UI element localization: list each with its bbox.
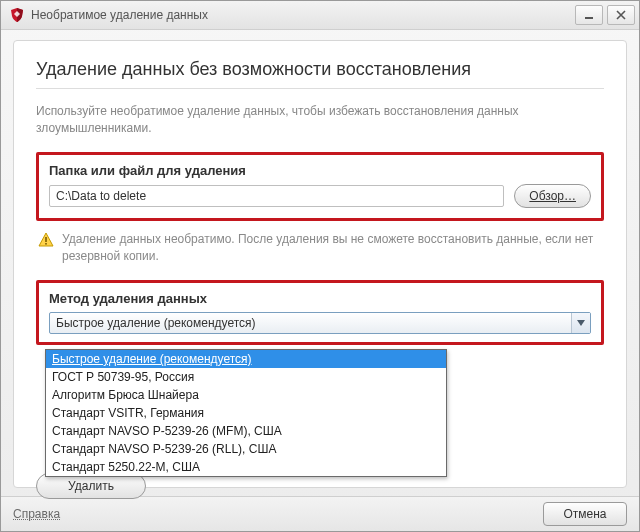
warning-text: Удаление данных необратимо. После удален… (62, 231, 602, 266)
method-combobox[interactable]: Быстрое удаление (рекомендуется) (49, 312, 591, 334)
app-icon (9, 7, 25, 23)
title-bar: Необратимое удаление данных (1, 1, 639, 30)
method-section-title: Метод удаления данных (49, 291, 591, 306)
close-button[interactable] (607, 5, 635, 25)
browse-button[interactable]: Обзор… (514, 184, 591, 208)
window-title: Необратимое удаление данных (31, 8, 575, 22)
content-area: Удаление данных без возможности восстано… (1, 30, 639, 496)
page-title: Удаление данных без возможности восстано… (36, 59, 604, 80)
cancel-button[interactable]: Отмена (543, 502, 627, 526)
footer: Справка Отмена (1, 496, 639, 531)
method-option[interactable]: Алгоритм Брюса Шнайера (46, 386, 446, 404)
method-option[interactable]: Стандарт NAVSO P-5239-26 (MFM), США (46, 422, 446, 440)
separator (36, 88, 604, 89)
method-option[interactable]: Стандарт 5250.22-M, США (46, 458, 446, 476)
intro-text: Используйте необратимое удаление данных,… (36, 103, 604, 138)
path-section-title: Папка или файл для удаления (49, 163, 591, 178)
warning-row: Удаление данных необратимо. После удален… (38, 231, 602, 266)
minimize-button[interactable] (575, 5, 603, 25)
method-option[interactable]: Быстрое удаление (рекомендуется) (46, 350, 446, 368)
method-dropdown: Быстрое удаление (рекомендуется) ГОСТ Р … (45, 349, 447, 477)
method-selected-label: Быстрое удаление (рекомендуется) (56, 316, 256, 330)
svg-rect-2 (45, 243, 47, 245)
svg-rect-1 (45, 237, 47, 242)
dialog-window: Необратимое удаление данных Удаление дан… (0, 0, 640, 532)
method-section: Метод удаления данных Быстрое удаление (… (36, 280, 604, 345)
window-buttons (575, 5, 635, 25)
path-section: Папка или файл для удаления Обзор… (36, 152, 604, 221)
chevron-down-icon (571, 313, 590, 333)
warning-icon (38, 231, 54, 253)
method-option[interactable]: Стандарт NAVSO P-5239-26 (RLL), США (46, 440, 446, 458)
svg-rect-0 (585, 17, 593, 19)
main-panel: Удаление данных без возможности восстано… (13, 40, 627, 488)
method-option[interactable]: Стандарт VSITR, Германия (46, 404, 446, 422)
method-option[interactable]: ГОСТ Р 50739-95, Россия (46, 368, 446, 386)
path-input[interactable] (49, 185, 504, 207)
help-link[interactable]: Справка (13, 507, 60, 521)
